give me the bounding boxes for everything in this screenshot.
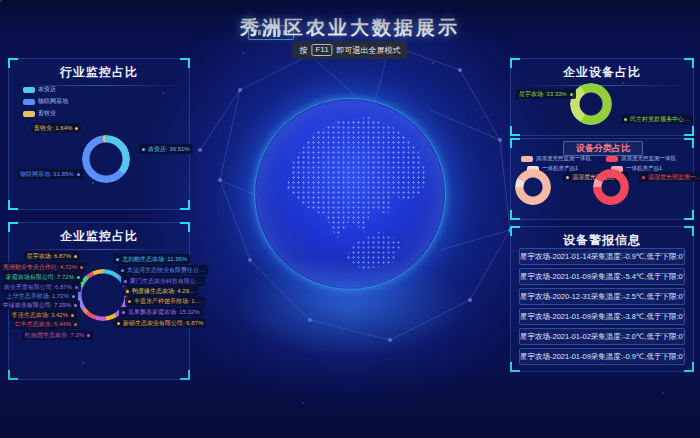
panel-enterprise-monitor: 企业监控占比 星宇农场: 6.87% 秀洲鹅业专业合作社: 4.72% 家庭农场…: [8, 222, 190, 380]
legend-item[interactable]: 畜牧业: [23, 109, 68, 118]
pie-label: 瓜果飘香家庭农场: 15.02%: [119, 307, 203, 317]
pie-label: 鸭蛋缘生态农场: 4.29…: [123, 286, 198, 296]
legend-swatch: [23, 87, 35, 93]
tip-prefix: 按: [299, 45, 307, 56]
pie-label: 畜牧业: 1.64%: [31, 123, 81, 133]
alarm-row: 星宇农场-2021-01-09采集温度:-5.4℃,低于下限:0℃: [519, 268, 685, 285]
alarm-row: 星宇农场-2021-01-09采集温度:-0.9℃,低于下限:0℃: [519, 348, 685, 365]
pie-label: 红南国生态农业: 7.3%: [22, 330, 93, 340]
enterprise-device-title: 企业设备占比: [511, 59, 693, 81]
industry-donut-chart[interactable]: [82, 135, 130, 183]
pie-label: 大运河生态牧业有限责任公…: [118, 265, 208, 275]
pie-label: 星宇农场: 33.33%: [516, 89, 576, 99]
panel-device-category: 设备分类占比 温湿度光照监测一体机 一体机类产品1 温湿度光照监测一… 温湿度光…: [510, 138, 694, 220]
legend-swatch: [23, 99, 35, 105]
panel-industry-monitor: 行业监控占比 农资店 物联网基地 畜牧业 畜牧业: 1.64% 农资店: 36.…: [8, 58, 190, 210]
panel-device-alarms: 设备警报信息 星宇农场-2021-01-14采集温度:-0.9℃,低于下限:0℃…: [510, 226, 694, 372]
alarms-title: 设备警报信息: [511, 227, 693, 249]
pie-label: 民主村党群服务中心…: [621, 114, 693, 124]
industry-legend: 农资店 物联网基地 畜牧业: [23, 85, 68, 118]
pie-label: 仁丰生态农业: 6.44%: [12, 319, 80, 329]
enterprise-monitor-title: 企业监控占比: [9, 223, 189, 245]
legend-item[interactable]: 物联网基地: [23, 97, 68, 106]
industry-panel-title: 行业监控占比: [9, 59, 189, 81]
legend-label: 温湿度光照监测一体机: [621, 155, 676, 162]
device-category-title-button[interactable]: 设备分类占比: [563, 141, 643, 156]
divider: [19, 249, 179, 250]
pie-label: 中绿农业有限公司: 7.29%: [0, 300, 80, 310]
pie-label: 物联网基地: 61.85%: [17, 169, 83, 179]
pie-label: 聚门生态农业科技有限公…: [121, 276, 205, 286]
alarm-row: 星宇农场-2021-01-02采集温度:-2.0℃,低于下限:0℃: [519, 328, 685, 345]
legend-swatch: [606, 156, 618, 162]
legend-label: 农资店: [38, 85, 56, 94]
pie-label: 新硕生态农业有限公司: 6.87%: [114, 318, 206, 328]
alarm-row: 星宇农场-2021-01-09采集温度:-3.8℃,低于下限:0℃: [519, 308, 685, 325]
legend-swatch: [23, 111, 35, 117]
tip-suffix: 即可退出全屏模式: [337, 45, 401, 56]
pie-label: 秀洲鹅业专业合作社: 4.72%: [0, 262, 86, 272]
fullscreen-tip: 按 F11 即可退出全屏模式: [292, 41, 407, 59]
legend-label: 一体机类产品1: [626, 165, 662, 172]
legend-item[interactable]: 温湿度光照监测一体机: [606, 155, 676, 162]
pie-label: 星宇农场: 6.87%: [24, 251, 80, 261]
legend-label: 物联网基地: [38, 97, 68, 106]
pie-label: 家庭农场有限公司: 7.72%: [3, 272, 83, 282]
legend-label: 温湿度光照监测一体机: [536, 155, 591, 162]
legend-label: 畜牧业: [38, 109, 56, 118]
device-category-donut-left[interactable]: [515, 169, 551, 205]
alarm-row: 星宇农场-2021-01-14采集温度:-0.9℃,低于下限:0℃: [519, 248, 685, 265]
f11-key: F11: [311, 44, 332, 56]
background-stars: [0, 0, 2, 2]
globe: [256, 100, 444, 288]
legend-item[interactable]: 农资店: [23, 85, 68, 94]
pie-label: 农资店: 36.51%: [139, 144, 193, 154]
enterprise-device-donut-chart[interactable]: [570, 83, 612, 125]
legend-swatch: [521, 156, 533, 162]
legend-item[interactable]: 温湿度光照监测一体机: [521, 155, 591, 162]
device-category-donut-right[interactable]: [593, 169, 629, 205]
page-title: 秀洲区农业大数据展示: [0, 15, 700, 41]
legend-label: 一体机类产品1: [542, 165, 578, 172]
pie-label: 温湿度光照监测一…: [639, 172, 700, 182]
panel-enterprise-device: 企业设备占比 星宇农场: 33.33% 民主村党群服务中心…: [510, 58, 694, 136]
pie-label: 北刘鹅生态农场: 11.36%: [113, 254, 190, 264]
alarm-row: 星宇农场-2020-12-31采集温度:-2.5℃,低于下限:0℃: [519, 288, 685, 305]
pie-label: 丰盈水产种苗养殖场: 1.…: [125, 296, 205, 306]
